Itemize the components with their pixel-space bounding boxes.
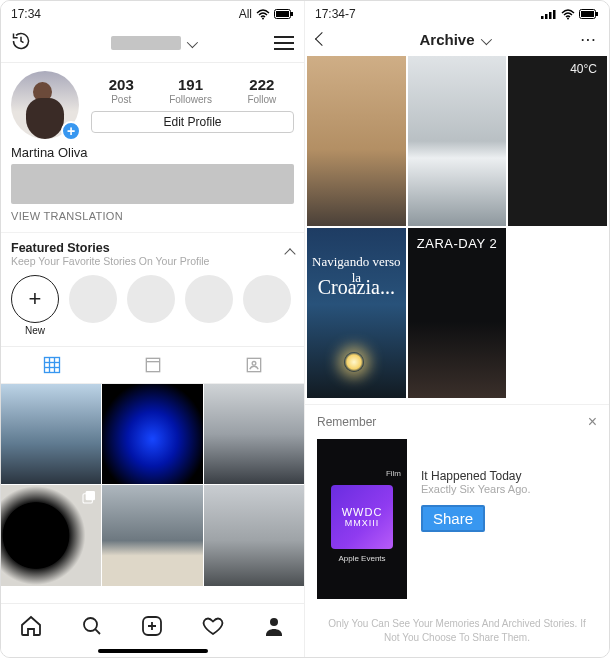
svg-rect-21 bbox=[541, 16, 544, 19]
status-bar: 17:34 All bbox=[1, 1, 304, 25]
wifi-icon bbox=[561, 9, 575, 20]
svg-rect-13 bbox=[86, 491, 95, 500]
story-highlight-placeholder[interactable] bbox=[127, 275, 175, 323]
archive-screen: 17:34-7 Archive ··· 40°C Navigando verso… bbox=[305, 1, 609, 657]
archive-title-dropdown[interactable]: Archive bbox=[419, 31, 488, 48]
tab-profile[interactable] bbox=[262, 614, 286, 641]
status-time: 17:34 bbox=[11, 7, 41, 21]
bottom-tab-bar bbox=[1, 603, 304, 645]
overlay-temperature: 40°C bbox=[570, 62, 597, 76]
grid-post[interactable] bbox=[204, 485, 304, 585]
story-highlight-new[interactable]: + New bbox=[11, 275, 59, 336]
carrier-label: All bbox=[239, 7, 252, 21]
chevron-down-icon bbox=[187, 34, 195, 51]
svg-point-15 bbox=[84, 618, 97, 631]
svg-rect-22 bbox=[545, 14, 548, 19]
edit-profile-button[interactable]: Edit Profile bbox=[91, 111, 294, 133]
svg-rect-9 bbox=[146, 358, 159, 371]
grid-post[interactable] bbox=[204, 384, 304, 484]
home-indicator[interactable] bbox=[98, 649, 208, 653]
archive-history-icon[interactable] bbox=[11, 31, 31, 54]
archive-story[interactable] bbox=[307, 56, 406, 226]
svg-point-25 bbox=[567, 17, 569, 19]
story-highlight-placeholder[interactable] bbox=[69, 275, 117, 323]
featured-title: Featured Stories bbox=[11, 241, 209, 255]
profile-screen: 17:34 All + 203 Post bbox=[1, 1, 305, 657]
menu-button[interactable] bbox=[274, 36, 294, 50]
memories-card: Remember × Film WWDC MMXIII Apple Events… bbox=[305, 404, 609, 605]
svg-rect-2 bbox=[276, 11, 289, 17]
tab-tagged[interactable] bbox=[203, 347, 304, 383]
tab-search[interactable] bbox=[80, 614, 104, 641]
signal-icon bbox=[541, 9, 557, 19]
memories-footer-note: Only You Can See Your Memories And Archi… bbox=[305, 605, 609, 652]
svg-line-16 bbox=[95, 629, 100, 634]
svg-rect-4 bbox=[44, 358, 59, 373]
status-time: 17:34-7 bbox=[315, 7, 356, 21]
tab-home[interactable] bbox=[19, 614, 43, 641]
archive-story-empty bbox=[508, 228, 607, 398]
archive-story[interactable]: 40°C bbox=[508, 56, 607, 226]
stat-posts[interactable]: 203 Post bbox=[109, 77, 134, 105]
svg-point-20 bbox=[270, 618, 278, 626]
bio-redacted bbox=[11, 164, 294, 204]
svg-rect-3 bbox=[291, 12, 293, 16]
status-icons: All bbox=[239, 7, 294, 21]
close-button[interactable]: × bbox=[588, 413, 597, 431]
featured-subtitle: Keep Your Favorite Stories On Your Profi… bbox=[11, 255, 209, 267]
overlay-text: ZARA-DAY 2 bbox=[408, 236, 507, 251]
profile-top-nav bbox=[1, 25, 304, 63]
tab-grid[interactable] bbox=[1, 347, 102, 383]
svg-point-0 bbox=[262, 17, 264, 19]
archive-top-nav: Archive ··· bbox=[305, 25, 609, 56]
view-translation-link[interactable]: VIEW TRANSLATION bbox=[1, 210, 304, 232]
username-hidden bbox=[111, 36, 181, 50]
profile-header: + 203 Post 191 Followers 222 Follow Edit… bbox=[1, 63, 304, 141]
tab-new-post[interactable] bbox=[140, 614, 164, 641]
more-options-button[interactable]: ··· bbox=[581, 33, 597, 47]
back-button[interactable] bbox=[317, 33, 327, 47]
memories-heading: Remember bbox=[317, 415, 376, 429]
status-icons bbox=[541, 9, 599, 20]
grid-post[interactable] bbox=[1, 384, 101, 484]
svg-rect-28 bbox=[596, 12, 598, 16]
memory-title: It Happened Today bbox=[421, 469, 597, 483]
svg-rect-24 bbox=[553, 10, 556, 19]
battery-icon bbox=[274, 9, 294, 19]
add-story-icon[interactable]: + bbox=[61, 121, 81, 141]
photo-grid bbox=[1, 384, 304, 586]
archive-story[interactable]: ZARA-DAY 2 bbox=[408, 228, 507, 398]
tab-activity[interactable] bbox=[201, 614, 225, 641]
stat-followers[interactable]: 191 Followers bbox=[169, 77, 212, 105]
status-bar: 17:34-7 bbox=[305, 1, 609, 25]
story-highlight-placeholder[interactable] bbox=[185, 275, 233, 323]
grid-post[interactable] bbox=[1, 485, 101, 585]
battery-icon bbox=[579, 9, 599, 19]
svg-point-12 bbox=[252, 362, 256, 366]
wifi-icon bbox=[256, 9, 270, 20]
chevron-up-icon[interactable] bbox=[286, 247, 294, 261]
avatar[interactable]: + bbox=[11, 71, 79, 139]
story-highlight-placeholder[interactable] bbox=[243, 275, 291, 323]
overlay-text: Croazia... bbox=[307, 276, 406, 299]
stat-following[interactable]: 222 Follow bbox=[247, 77, 276, 105]
username-switcher[interactable] bbox=[111, 34, 195, 51]
profile-content-tabs bbox=[1, 346, 304, 384]
featured-stories: Featured Stories Keep Your Favorite Stor… bbox=[1, 232, 304, 346]
svg-rect-27 bbox=[581, 11, 594, 17]
carousel-icon bbox=[81, 489, 97, 505]
memory-subtitle: Exactly Six Years Ago. bbox=[421, 483, 597, 495]
archive-story[interactable]: Navigando verso la Croazia... bbox=[307, 228, 406, 398]
archive-grid: 40°C Navigando verso la Croazia... ZARA-… bbox=[305, 56, 609, 398]
share-button[interactable]: Share bbox=[421, 505, 485, 532]
tab-feed[interactable] bbox=[102, 347, 203, 383]
svg-rect-23 bbox=[549, 12, 552, 19]
grid-post[interactable] bbox=[102, 384, 202, 484]
chevron-down-icon bbox=[481, 31, 489, 48]
grid-post[interactable] bbox=[102, 485, 202, 585]
archive-story[interactable] bbox=[408, 56, 507, 226]
memory-thumbnail[interactable]: Film WWDC MMXIII Apple Events bbox=[317, 439, 407, 599]
display-name: Martina Oliva bbox=[1, 141, 304, 160]
